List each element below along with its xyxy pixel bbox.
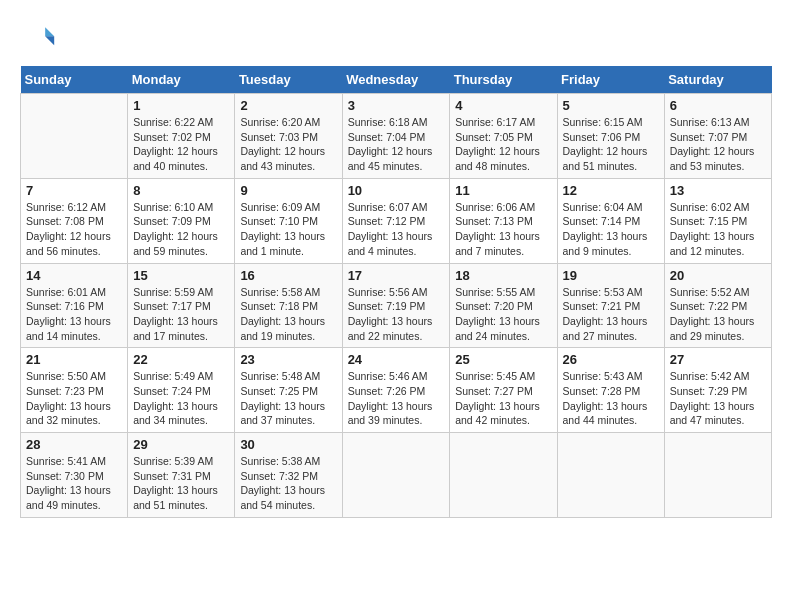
day-cell [450, 433, 557, 518]
day-number: 5 [563, 98, 659, 113]
day-cell: 19Sunrise: 5:53 AMSunset: 7:21 PMDayligh… [557, 263, 664, 348]
logo [20, 20, 62, 56]
week-row-0: 1Sunrise: 6:22 AMSunset: 7:02 PMDaylight… [21, 94, 772, 179]
day-number: 17 [348, 268, 445, 283]
day-info: Sunrise: 6:22 AMSunset: 7:02 PMDaylight:… [133, 115, 229, 174]
day-info: Sunrise: 5:56 AMSunset: 7:19 PMDaylight:… [348, 285, 445, 344]
day-number: 26 [563, 352, 659, 367]
day-info: Sunrise: 5:58 AMSunset: 7:18 PMDaylight:… [240, 285, 336, 344]
day-number: 13 [670, 183, 766, 198]
day-info: Sunrise: 6:10 AMSunset: 7:09 PMDaylight:… [133, 200, 229, 259]
day-number: 15 [133, 268, 229, 283]
header-cell-thursday: Thursday [450, 66, 557, 94]
day-number: 12 [563, 183, 659, 198]
day-cell [342, 433, 450, 518]
day-info: Sunrise: 5:43 AMSunset: 7:28 PMDaylight:… [563, 369, 659, 428]
day-number: 21 [26, 352, 122, 367]
day-number: 9 [240, 183, 336, 198]
day-cell: 11Sunrise: 6:06 AMSunset: 7:13 PMDayligh… [450, 178, 557, 263]
day-cell: 22Sunrise: 5:49 AMSunset: 7:24 PMDayligh… [128, 348, 235, 433]
day-cell [664, 433, 771, 518]
day-number: 27 [670, 352, 766, 367]
header-cell-friday: Friday [557, 66, 664, 94]
day-info: Sunrise: 5:45 AMSunset: 7:27 PMDaylight:… [455, 369, 551, 428]
day-cell: 9Sunrise: 6:09 AMSunset: 7:10 PMDaylight… [235, 178, 342, 263]
week-row-1: 7Sunrise: 6:12 AMSunset: 7:08 PMDaylight… [21, 178, 772, 263]
day-cell: 29Sunrise: 5:39 AMSunset: 7:31 PMDayligh… [128, 433, 235, 518]
day-number: 20 [670, 268, 766, 283]
day-cell: 5Sunrise: 6:15 AMSunset: 7:06 PMDaylight… [557, 94, 664, 179]
day-info: Sunrise: 6:12 AMSunset: 7:08 PMDaylight:… [26, 200, 122, 259]
day-info: Sunrise: 5:50 AMSunset: 7:23 PMDaylight:… [26, 369, 122, 428]
day-info: Sunrise: 6:02 AMSunset: 7:15 PMDaylight:… [670, 200, 766, 259]
day-number: 11 [455, 183, 551, 198]
day-cell: 3Sunrise: 6:18 AMSunset: 7:04 PMDaylight… [342, 94, 450, 179]
day-number: 3 [348, 98, 445, 113]
day-info: Sunrise: 6:06 AMSunset: 7:13 PMDaylight:… [455, 200, 551, 259]
day-number: 6 [670, 98, 766, 113]
day-cell: 26Sunrise: 5:43 AMSunset: 7:28 PMDayligh… [557, 348, 664, 433]
day-cell: 30Sunrise: 5:38 AMSunset: 7:32 PMDayligh… [235, 433, 342, 518]
calendar-body: 1Sunrise: 6:22 AMSunset: 7:02 PMDaylight… [21, 94, 772, 518]
day-number: 4 [455, 98, 551, 113]
day-info: Sunrise: 5:41 AMSunset: 7:30 PMDaylight:… [26, 454, 122, 513]
day-info: Sunrise: 5:53 AMSunset: 7:21 PMDaylight:… [563, 285, 659, 344]
day-number: 22 [133, 352, 229, 367]
day-cell: 13Sunrise: 6:02 AMSunset: 7:15 PMDayligh… [664, 178, 771, 263]
day-cell: 15Sunrise: 5:59 AMSunset: 7:17 PMDayligh… [128, 263, 235, 348]
day-cell [557, 433, 664, 518]
day-cell: 25Sunrise: 5:45 AMSunset: 7:27 PMDayligh… [450, 348, 557, 433]
header [20, 20, 772, 56]
day-number: 23 [240, 352, 336, 367]
day-number: 19 [563, 268, 659, 283]
week-row-3: 21Sunrise: 5:50 AMSunset: 7:23 PMDayligh… [21, 348, 772, 433]
day-info: Sunrise: 5:49 AMSunset: 7:24 PMDaylight:… [133, 369, 229, 428]
day-number: 1 [133, 98, 229, 113]
day-cell: 4Sunrise: 6:17 AMSunset: 7:05 PMDaylight… [450, 94, 557, 179]
day-cell: 23Sunrise: 5:48 AMSunset: 7:25 PMDayligh… [235, 348, 342, 433]
day-cell: 12Sunrise: 6:04 AMSunset: 7:14 PMDayligh… [557, 178, 664, 263]
day-number: 29 [133, 437, 229, 452]
day-cell: 20Sunrise: 5:52 AMSunset: 7:22 PMDayligh… [664, 263, 771, 348]
day-info: Sunrise: 5:52 AMSunset: 7:22 PMDaylight:… [670, 285, 766, 344]
day-info: Sunrise: 5:48 AMSunset: 7:25 PMDaylight:… [240, 369, 336, 428]
header-cell-wednesday: Wednesday [342, 66, 450, 94]
day-number: 8 [133, 183, 229, 198]
logo-icon [20, 20, 56, 56]
day-info: Sunrise: 6:18 AMSunset: 7:04 PMDaylight:… [348, 115, 445, 174]
header-cell-sunday: Sunday [21, 66, 128, 94]
day-number: 25 [455, 352, 551, 367]
day-cell: 27Sunrise: 5:42 AMSunset: 7:29 PMDayligh… [664, 348, 771, 433]
day-cell [21, 94, 128, 179]
day-cell: 1Sunrise: 6:22 AMSunset: 7:02 PMDaylight… [128, 94, 235, 179]
day-info: Sunrise: 5:38 AMSunset: 7:32 PMDaylight:… [240, 454, 336, 513]
header-cell-monday: Monday [128, 66, 235, 94]
day-info: Sunrise: 6:17 AMSunset: 7:05 PMDaylight:… [455, 115, 551, 174]
day-info: Sunrise: 6:13 AMSunset: 7:07 PMDaylight:… [670, 115, 766, 174]
day-number: 7 [26, 183, 122, 198]
header-cell-tuesday: Tuesday [235, 66, 342, 94]
day-cell: 6Sunrise: 6:13 AMSunset: 7:07 PMDaylight… [664, 94, 771, 179]
day-number: 16 [240, 268, 336, 283]
day-number: 10 [348, 183, 445, 198]
day-info: Sunrise: 5:42 AMSunset: 7:29 PMDaylight:… [670, 369, 766, 428]
day-cell: 21Sunrise: 5:50 AMSunset: 7:23 PMDayligh… [21, 348, 128, 433]
week-row-4: 28Sunrise: 5:41 AMSunset: 7:30 PMDayligh… [21, 433, 772, 518]
day-info: Sunrise: 5:39 AMSunset: 7:31 PMDaylight:… [133, 454, 229, 513]
header-cell-saturday: Saturday [664, 66, 771, 94]
day-cell: 8Sunrise: 6:10 AMSunset: 7:09 PMDaylight… [128, 178, 235, 263]
day-number: 14 [26, 268, 122, 283]
day-cell: 7Sunrise: 6:12 AMSunset: 7:08 PMDaylight… [21, 178, 128, 263]
calendar-header-row: SundayMondayTuesdayWednesdayThursdayFrid… [21, 66, 772, 94]
day-number: 28 [26, 437, 122, 452]
day-info: Sunrise: 6:09 AMSunset: 7:10 PMDaylight:… [240, 200, 336, 259]
day-info: Sunrise: 5:59 AMSunset: 7:17 PMDaylight:… [133, 285, 229, 344]
day-info: Sunrise: 6:01 AMSunset: 7:16 PMDaylight:… [26, 285, 122, 344]
day-number: 18 [455, 268, 551, 283]
day-info: Sunrise: 5:55 AMSunset: 7:20 PMDaylight:… [455, 285, 551, 344]
day-info: Sunrise: 6:15 AMSunset: 7:06 PMDaylight:… [563, 115, 659, 174]
day-cell: 24Sunrise: 5:46 AMSunset: 7:26 PMDayligh… [342, 348, 450, 433]
day-info: Sunrise: 6:04 AMSunset: 7:14 PMDaylight:… [563, 200, 659, 259]
day-info: Sunrise: 5:46 AMSunset: 7:26 PMDaylight:… [348, 369, 445, 428]
day-cell: 17Sunrise: 5:56 AMSunset: 7:19 PMDayligh… [342, 263, 450, 348]
